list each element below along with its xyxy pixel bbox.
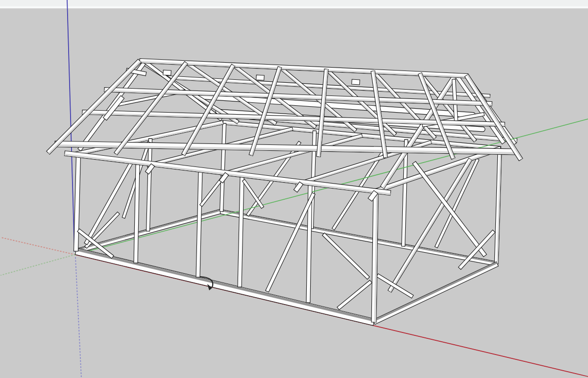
- model-canvas[interactable]: [0, 0, 588, 378]
- layer-front-wall: [64, 151, 391, 326]
- viewport-3d[interactable]: [0, 0, 588, 378]
